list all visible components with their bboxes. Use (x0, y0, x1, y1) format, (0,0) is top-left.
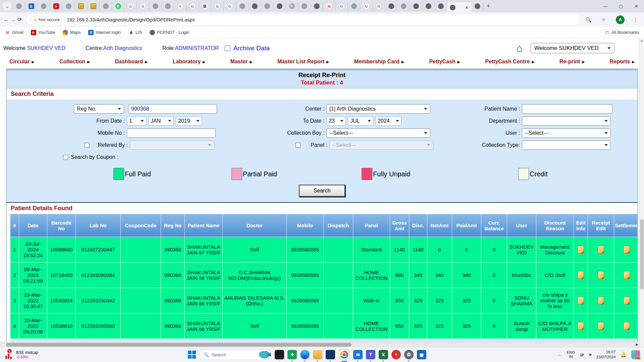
edit-info-icon[interactable] (578, 246, 584, 253)
browser-tab[interactable] (471, 2, 484, 11)
archive-data-checkbox[interactable] (225, 45, 230, 51)
menu-pettycash[interactable]: PettyCash (429, 59, 460, 65)
search-by-coupon-checkbox[interactable] (63, 155, 68, 160)
file-explorer-icon[interactable] (313, 350, 322, 359)
app-studio-icon[interactable] (275, 350, 284, 359)
tab-search-chevron-icon[interactable]: ⌄ (3, 2, 11, 11)
browser-tab[interactable] (87, 2, 100, 11)
settlement-icon[interactable] (624, 271, 630, 279)
photos-icon[interactable] (417, 350, 426, 359)
bookmark-lis[interactable]: LIS (128, 30, 142, 35)
address-bar[interactable]: ⚠Not secure 192.168.2.33/ArthDiagnostic/… (26, 14, 580, 25)
menu-reports[interactable]: Reports (610, 59, 635, 65)
search-button[interactable]: Search (299, 185, 345, 197)
start-button[interactable] (188, 351, 196, 359)
center-select[interactable]: [1] Arth Diagnostics (326, 104, 430, 114)
close-tab-icon[interactable]: ✕ (465, 5, 469, 10)
browser-tab[interactable] (75, 2, 87, 11)
browser-tab[interactable] (149, 2, 162, 11)
from-year-select[interactable]: 2019 (176, 116, 202, 126)
department-select[interactable] (522, 116, 611, 126)
table-row[interactable]: 123-Jul-2024 15:52:241098866001240723044… (10, 237, 638, 262)
collection-type-select[interactable] (522, 140, 611, 150)
teams-icon[interactable] (366, 350, 375, 359)
volume-icon[interactable]: 🕪 (589, 352, 592, 357)
menu-laboratory[interactable]: Laboratory (173, 59, 205, 65)
collection-boy-select[interactable]: --Select--- (326, 128, 430, 138)
browser-tab[interactable] (174, 2, 186, 11)
stock-widget[interactable]: 1 BSE midcap-0.69% (0, 350, 77, 359)
browser-tab[interactable] (25, 2, 38, 11)
menu-master[interactable]: Master (230, 59, 252, 65)
welcome-user-select[interactable]: Welcome SUKHDEV VED (531, 43, 614, 53)
bookmark-pcpndt[interactable]: PCPNDT - Login (150, 30, 190, 35)
new-tab-button[interactable]: + (484, 2, 493, 11)
edit-info-icon[interactable] (578, 322, 584, 330)
to-month-select[interactable]: JUL (348, 116, 373, 126)
minimize-button[interactable]: — (598, 0, 613, 12)
clock[interactable]: 16:0723/07/2024 (596, 350, 616, 360)
refered-by-checkbox[interactable] (85, 143, 90, 148)
receipt-edit-icon[interactable] (598, 322, 604, 330)
menu-pettycash-centre[interactable]: PettyCash Centre (485, 59, 534, 65)
notification-bell-icon[interactable]: 🔔 (620, 352, 627, 358)
browser-tab[interactable] (323, 2, 335, 11)
table-row[interactable]: 420-Mar-2022 09:20:081053881001220320006… (10, 313, 638, 339)
browser-tab[interactable] (335, 2, 348, 11)
browser-tab[interactable] (286, 2, 298, 11)
table-row[interactable]: 323-Mar-2022 15:30:471054082401220323034… (10, 288, 638, 313)
browser-tab[interactable] (199, 2, 211, 11)
settlement-icon[interactable] (624, 297, 630, 304)
user-name-link[interactable]: SUKHDEV VED (27, 45, 65, 51)
browser-tab[interactable] (273, 2, 286, 11)
horizontal-scrollbar-thumb[interactable] (6, 343, 352, 347)
browser-tab[interactable] (348, 2, 360, 11)
bookmark-maps[interactable]: Maps (63, 30, 81, 35)
user-select[interactable]: --Select--- (522, 128, 611, 138)
mail-icon[interactable] (353, 350, 363, 359)
app-red-icon[interactable] (391, 350, 401, 359)
browser-tab[interactable] (373, 2, 385, 11)
vertical-scrollbar[interactable]: ▲ (639, 38, 644, 347)
not-secure-chip[interactable]: ⚠Not secure (30, 16, 63, 23)
browser-tab[interactable] (311, 2, 323, 11)
zoom-icon[interactable]: 🔍 (584, 15, 593, 24)
browser-tab[interactable] (112, 2, 124, 11)
settlement-icon[interactable] (624, 322, 630, 330)
menu-kebab-icon[interactable]: ⋮ (631, 15, 640, 24)
taskbar-search[interactable]: 🔍Search (199, 349, 271, 360)
edge-icon[interactable] (300, 350, 310, 359)
edit-info-icon[interactable] (578, 271, 584, 279)
close-window-button[interactable]: ✕ (629, 0, 644, 12)
menu-master-list-report[interactable]: Master List Report (277, 59, 329, 65)
browser-tab[interactable] (100, 2, 112, 11)
menu-circular[interactable]: Circular (9, 59, 34, 65)
chrome-active-app[interactable] (338, 349, 350, 360)
active-tab[interactable]: ✕ (447, 2, 471, 12)
browser-tab[interactable] (298, 2, 311, 11)
browser-tab[interactable] (360, 2, 373, 11)
browser-tab[interactable] (397, 2, 410, 11)
browser-tab[interactable] (186, 2, 199, 11)
browser-tab[interactable] (410, 2, 422, 11)
home-icon[interactable]: ⌂ (517, 43, 523, 53)
browser-tab[interactable] (236, 2, 249, 11)
menu-membership-card[interactable]: Membership Card (354, 59, 404, 65)
from-day-select[interactable]: 1 (127, 116, 146, 126)
back-button[interactable]: ← (3, 15, 9, 25)
mobile-no-input[interactable] (127, 128, 216, 138)
to-day-select[interactable]: 23 (326, 116, 346, 126)
profile-avatar[interactable]: A (616, 15, 625, 24)
scroll-right-arrow-icon[interactable]: ▶ (636, 343, 638, 346)
edit-info-icon[interactable] (578, 297, 584, 304)
browser-tab[interactable] (261, 2, 273, 11)
browser-tab[interactable] (124, 2, 137, 11)
browser-tab[interactable] (13, 2, 25, 11)
browser-tab[interactable] (211, 2, 224, 11)
browser-tab[interactable] (422, 2, 435, 11)
browser-tab[interactable] (137, 2, 149, 11)
search-value-input[interactable] (128, 104, 217, 114)
tray-app-pre-badge[interactable] (631, 350, 640, 359)
table-row[interactable]: 209-Mar-2023 09:21:591071645001230309008… (10, 262, 638, 288)
all-bookmarks-button[interactable]: 🗀All Bookmarks (605, 30, 639, 35)
